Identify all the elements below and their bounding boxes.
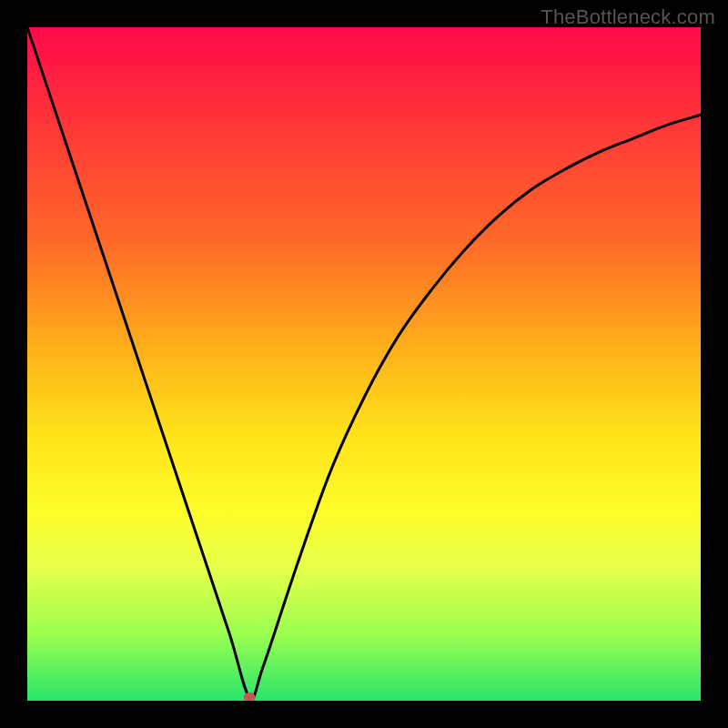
optimal-point-marker [244,693,255,701]
watermark: TheBottleneck.com [541,5,715,29]
chart-frame: TheBottleneck.com [0,0,728,728]
bottleneck-plot [27,27,701,701]
bottleneck-curve [27,27,701,699]
plot-area [27,27,701,701]
